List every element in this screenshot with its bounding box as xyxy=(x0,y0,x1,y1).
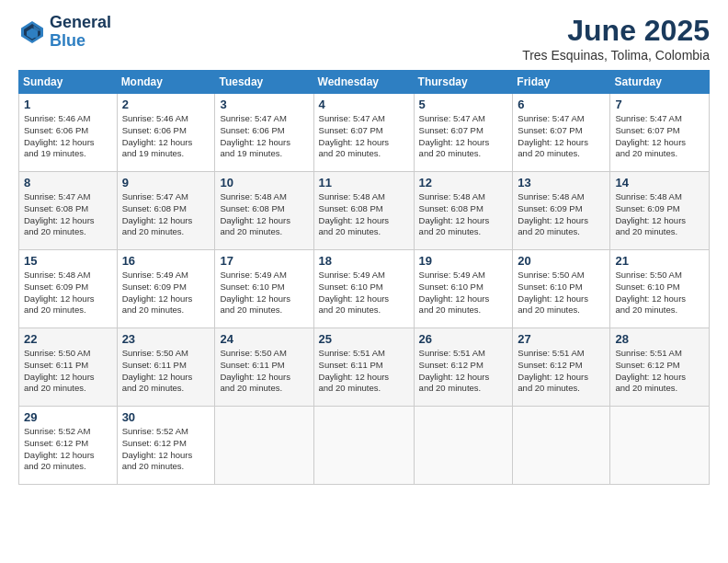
day-info: Sunrise: 5:49 AM Sunset: 6:09 PM Dayligh… xyxy=(122,270,210,316)
day-info: Sunrise: 5:48 AM Sunset: 6:09 PM Dayligh… xyxy=(24,270,112,316)
day-cell: 2Sunrise: 5:46 AM Sunset: 6:06 PM Daylig… xyxy=(117,94,215,172)
day-number: 3 xyxy=(220,98,308,111)
day-info: Sunrise: 5:51 AM Sunset: 6:12 PM Dayligh… xyxy=(419,348,508,395)
day-info: Sunrise: 5:49 AM Sunset: 6:10 PM Dayligh… xyxy=(220,270,308,316)
day-cell xyxy=(313,407,414,485)
day-cell: 6Sunrise: 5:47 AM Sunset: 6:07 PM Daylig… xyxy=(513,94,610,172)
day-number: 27 xyxy=(518,332,605,346)
day-number: 19 xyxy=(419,254,508,268)
day-cell: 9Sunrise: 5:47 AM Sunset: 6:08 PM Daylig… xyxy=(117,172,215,250)
day-number: 9 xyxy=(122,176,210,190)
day-number: 29 xyxy=(24,410,112,424)
day-cell: 13Sunrise: 5:48 AM Sunset: 6:09 PM Dayli… xyxy=(513,172,610,250)
day-number: 26 xyxy=(419,332,508,346)
header: General Blue June 2025 Tres Esquinas, To… xyxy=(18,14,710,63)
day-info: Sunrise: 5:47 AM Sunset: 6:07 PM Dayligh… xyxy=(319,113,409,160)
day-cell: 23Sunrise: 5:50 AM Sunset: 6:11 PM Dayli… xyxy=(117,328,215,407)
day-info: Sunrise: 5:50 AM Sunset: 6:11 PM Dayligh… xyxy=(24,348,112,395)
day-number: 6 xyxy=(518,98,605,111)
calendar-header: Sunday Monday Tuesday Wednesday Thursday… xyxy=(19,71,710,94)
day-number: 24 xyxy=(220,332,308,346)
main-title: June 2025 xyxy=(522,14,710,48)
day-cell: 5Sunrise: 5:47 AM Sunset: 6:07 PM Daylig… xyxy=(414,94,513,172)
day-info: Sunrise: 5:48 AM Sunset: 6:09 PM Dayligh… xyxy=(615,191,704,238)
header-row: Sunday Monday Tuesday Wednesday Thursday… xyxy=(19,71,710,94)
day-info: Sunrise: 5:47 AM Sunset: 6:08 PM Dayligh… xyxy=(122,191,210,238)
day-cell: 27Sunrise: 5:51 AM Sunset: 6:12 PM Dayli… xyxy=(513,328,610,407)
day-cell: 24Sunrise: 5:50 AM Sunset: 6:11 PM Dayli… xyxy=(215,328,313,407)
week-row-4: 22Sunrise: 5:50 AM Sunset: 6:11 PM Dayli… xyxy=(19,328,710,407)
day-info: Sunrise: 5:48 AM Sunset: 6:08 PM Dayligh… xyxy=(419,191,508,238)
day-info: Sunrise: 5:47 AM Sunset: 6:07 PM Dayligh… xyxy=(518,113,605,160)
day-cell: 1Sunrise: 5:46 AM Sunset: 6:06 PM Daylig… xyxy=(19,94,118,172)
day-info: Sunrise: 5:47 AM Sunset: 6:07 PM Dayligh… xyxy=(615,113,704,160)
day-cell: 12Sunrise: 5:48 AM Sunset: 6:08 PM Dayli… xyxy=(414,172,513,250)
day-number: 2 xyxy=(122,98,210,111)
day-cell: 25Sunrise: 5:51 AM Sunset: 6:11 PM Dayli… xyxy=(313,328,414,407)
subtitle: Tres Esquinas, Tolima, Colombia xyxy=(522,48,710,63)
week-row-1: 1Sunrise: 5:46 AM Sunset: 6:06 PM Daylig… xyxy=(19,94,710,172)
header-wednesday: Wednesday xyxy=(313,71,414,94)
day-info: Sunrise: 5:46 AM Sunset: 6:06 PM Dayligh… xyxy=(122,113,210,160)
day-info: Sunrise: 5:46 AM Sunset: 6:06 PM Dayligh… xyxy=(24,113,112,160)
title-area: June 2025 Tres Esquinas, Tolima, Colombi… xyxy=(522,14,710,63)
day-number: 21 xyxy=(615,254,704,268)
header-friday: Friday xyxy=(513,71,610,94)
day-number: 14 xyxy=(615,176,704,190)
day-info: Sunrise: 5:52 AM Sunset: 6:12 PM Dayligh… xyxy=(24,426,112,473)
day-cell: 29Sunrise: 5:52 AM Sunset: 6:12 PM Dayli… xyxy=(19,407,118,485)
day-number: 12 xyxy=(419,176,508,190)
header-tuesday: Tuesday xyxy=(215,71,313,94)
day-number: 17 xyxy=(220,254,308,268)
day-info: Sunrise: 5:47 AM Sunset: 6:08 PM Dayligh… xyxy=(24,191,112,238)
day-cell xyxy=(215,407,313,485)
day-number: 5 xyxy=(419,98,508,111)
day-cell: 26Sunrise: 5:51 AM Sunset: 6:12 PM Dayli… xyxy=(414,328,513,407)
day-info: Sunrise: 5:50 AM Sunset: 6:11 PM Dayligh… xyxy=(122,348,210,395)
calendar-table: Sunday Monday Tuesday Wednesday Thursday… xyxy=(18,70,710,485)
day-cell: 11Sunrise: 5:48 AM Sunset: 6:08 PM Dayli… xyxy=(313,172,414,250)
day-number: 11 xyxy=(319,176,409,190)
day-number: 10 xyxy=(220,176,308,190)
logo-text: General Blue xyxy=(50,14,111,51)
day-number: 16 xyxy=(122,254,210,268)
day-cell: 7Sunrise: 5:47 AM Sunset: 6:07 PM Daylig… xyxy=(610,94,710,172)
logo: General Blue xyxy=(18,14,111,51)
day-info: Sunrise: 5:49 AM Sunset: 6:10 PM Dayligh… xyxy=(319,270,409,316)
day-number: 28 xyxy=(615,332,704,346)
day-number: 1 xyxy=(24,98,112,111)
week-row-5: 29Sunrise: 5:52 AM Sunset: 6:12 PM Dayli… xyxy=(19,407,710,485)
day-cell: 19Sunrise: 5:49 AM Sunset: 6:10 PM Dayli… xyxy=(414,250,513,328)
day-info: Sunrise: 5:47 AM Sunset: 6:06 PM Dayligh… xyxy=(220,113,308,160)
day-cell: 17Sunrise: 5:49 AM Sunset: 6:10 PM Dayli… xyxy=(215,250,313,328)
logo-icon xyxy=(18,18,46,46)
day-cell: 20Sunrise: 5:50 AM Sunset: 6:10 PM Dayli… xyxy=(513,250,610,328)
header-monday: Monday xyxy=(117,71,215,94)
day-cell: 30Sunrise: 5:52 AM Sunset: 6:12 PM Dayli… xyxy=(117,407,215,485)
day-info: Sunrise: 5:48 AM Sunset: 6:09 PM Dayligh… xyxy=(518,191,605,238)
week-row-3: 15Sunrise: 5:48 AM Sunset: 6:09 PM Dayli… xyxy=(19,250,710,328)
day-cell: 3Sunrise: 5:47 AM Sunset: 6:06 PM Daylig… xyxy=(215,94,313,172)
logo-line2: Blue xyxy=(50,32,111,51)
day-info: Sunrise: 5:50 AM Sunset: 6:11 PM Dayligh… xyxy=(220,348,308,395)
day-info: Sunrise: 5:50 AM Sunset: 6:10 PM Dayligh… xyxy=(615,270,704,316)
day-number: 4 xyxy=(319,98,409,111)
day-cell xyxy=(610,407,710,485)
day-number: 7 xyxy=(615,98,704,111)
day-cell xyxy=(513,407,610,485)
day-cell: 16Sunrise: 5:49 AM Sunset: 6:09 PM Dayli… xyxy=(117,250,215,328)
day-number: 25 xyxy=(319,332,409,346)
day-number: 15 xyxy=(24,254,112,268)
day-cell: 18Sunrise: 5:49 AM Sunset: 6:10 PM Dayli… xyxy=(313,250,414,328)
day-cell: 22Sunrise: 5:50 AM Sunset: 6:11 PM Dayli… xyxy=(19,328,118,407)
day-info: Sunrise: 5:51 AM Sunset: 6:11 PM Dayligh… xyxy=(319,348,409,395)
header-saturday: Saturday xyxy=(610,71,710,94)
day-info: Sunrise: 5:47 AM Sunset: 6:07 PM Dayligh… xyxy=(419,113,508,160)
day-cell: 21Sunrise: 5:50 AM Sunset: 6:10 PM Dayli… xyxy=(610,250,710,328)
day-number: 20 xyxy=(518,254,605,268)
day-cell: 15Sunrise: 5:48 AM Sunset: 6:09 PM Dayli… xyxy=(19,250,118,328)
day-cell xyxy=(414,407,513,485)
day-cell: 10Sunrise: 5:48 AM Sunset: 6:08 PM Dayli… xyxy=(215,172,313,250)
day-info: Sunrise: 5:52 AM Sunset: 6:12 PM Dayligh… xyxy=(122,426,210,473)
day-number: 13 xyxy=(518,176,605,190)
